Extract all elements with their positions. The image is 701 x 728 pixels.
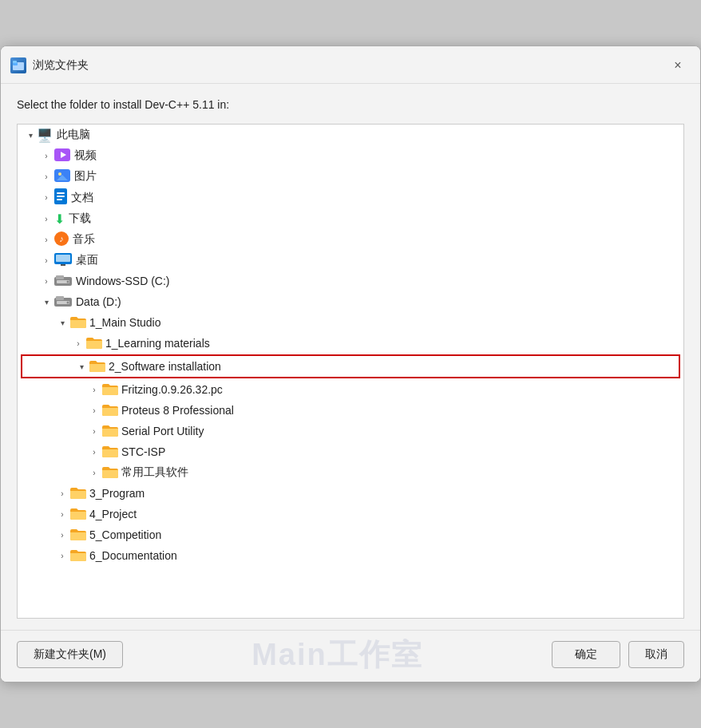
tree-node-windows-ssd[interactable]: › Windows-SSD (C:) xyxy=(18,271,683,291)
tree-node-stc-isp[interactable]: › STC-ISP xyxy=(18,441,683,462)
chevron-downloads: › xyxy=(40,212,53,225)
dialog-icon xyxy=(10,57,26,73)
node-label-fritzing: Fritzing.0.9.26.32.pc xyxy=(121,383,223,396)
chevron-main-studio: ▾ xyxy=(56,316,69,329)
node-label-videos: 视频 xyxy=(74,148,97,163)
tree-node-pictures[interactable]: › 图片 xyxy=(18,166,683,187)
new-folder-button[interactable]: 新建文件夹(M) xyxy=(17,641,123,668)
drive-c-icon xyxy=(54,274,72,289)
tree-node-music[interactable]: › ♪ 音乐 xyxy=(18,229,683,250)
tree-node-computer[interactable]: ▾ 🖥️ 此电脑 xyxy=(18,125,683,145)
node-label-music: 音乐 xyxy=(73,232,95,247)
chevron-common-tools: › xyxy=(88,466,101,479)
chevron-fritzing: › xyxy=(88,383,101,396)
chevron-pictures: › xyxy=(40,170,53,183)
chevron-serial-port: › xyxy=(88,425,101,437)
node-label-project: 4_Project xyxy=(89,508,137,520)
node-label-pictures: 图片 xyxy=(74,169,97,184)
tree-node-common-tools[interactable]: › 常用工具软件 xyxy=(18,462,683,483)
node-label-data-d: Data (D:) xyxy=(76,295,121,308)
title-bar: 浏览文件夹 × xyxy=(1,46,700,84)
tree-node-downloads[interactable]: › ⬇ 下载 xyxy=(18,208,683,229)
chevron-windows-ssd: › xyxy=(40,275,53,287)
svg-rect-2 xyxy=(13,61,17,63)
chevron-desktop: › xyxy=(40,254,53,267)
tree-node-project[interactable]: › 4_Project xyxy=(18,504,683,524)
tree-node-data-d[interactable]: ▾ Data (D:) xyxy=(18,291,683,312)
tree-node-program[interactable]: › 3_Program xyxy=(18,483,683,504)
node-label-computer: 此电脑 xyxy=(57,128,90,142)
music-icon: ♪ xyxy=(54,231,69,248)
chevron-program: › xyxy=(56,487,69,500)
dialog-body: Select the folder to install Dev-C++ 5.1… xyxy=(1,84,700,630)
node-label-documentation: 6_Documentation xyxy=(89,549,177,562)
watermark-area: Main工作室 xyxy=(123,639,552,671)
folder-competition-icon xyxy=(70,528,86,543)
tree-node-learning[interactable]: › 1_Learning materials xyxy=(18,333,683,354)
chevron-competition: › xyxy=(56,528,69,541)
title-bar-left: 浏览文件夹 xyxy=(10,57,89,73)
close-button[interactable]: × xyxy=(667,54,689,77)
svg-point-24 xyxy=(67,301,69,303)
tree-node-serial-port[interactable]: › Serial Port Utility xyxy=(18,421,683,441)
tree-node-main-studio[interactable]: ▾ 1_Main Studio xyxy=(18,312,683,333)
chevron-documents: › xyxy=(40,192,53,204)
node-label-stc-isp: STC-ISP xyxy=(121,445,165,458)
svg-rect-11 xyxy=(57,199,62,200)
tree-node-documents[interactable]: › 文档 xyxy=(18,187,683,208)
svg-rect-9 xyxy=(57,192,65,194)
folder-documentation-icon xyxy=(70,548,86,564)
doc-icon xyxy=(54,188,67,207)
node-label-competition: 5_Competition xyxy=(89,528,161,541)
video-icon xyxy=(54,148,70,164)
folder-stc-isp-icon xyxy=(102,445,118,460)
dialog-footer: 新建文件夹(M) Main工作室 确定 取消 xyxy=(1,630,700,682)
dialog-title: 浏览文件夹 xyxy=(33,58,89,73)
desktop-icon xyxy=(54,253,72,268)
node-label-downloads: 下载 xyxy=(69,212,91,226)
svg-rect-18 xyxy=(56,275,64,279)
node-label-serial-port: Serial Port Utility xyxy=(121,425,204,437)
cancel-button[interactable]: 取消 xyxy=(628,641,684,668)
folder-learning-icon xyxy=(86,336,102,351)
drive-d-icon xyxy=(54,295,72,310)
svg-text:♪: ♪ xyxy=(59,234,64,243)
chevron-music: › xyxy=(40,233,53,246)
chevron-stc-isp: › xyxy=(88,445,101,458)
svg-point-6 xyxy=(58,172,61,176)
chevron-proteus: › xyxy=(88,404,101,417)
chevron-computer: ▾ xyxy=(24,129,37,141)
svg-rect-15 xyxy=(56,255,70,262)
folder-program-icon xyxy=(70,486,86,501)
svg-rect-22 xyxy=(56,296,64,300)
tree-node-software-install[interactable]: ▾ 2_Software installation xyxy=(22,356,679,377)
tree-node-competition[interactable]: › 5_Competition xyxy=(18,524,683,545)
folder-software-install-icon xyxy=(89,359,105,374)
watermark-text: Main工作室 xyxy=(251,639,423,671)
folder-tree[interactable]: ▾ 🖥️ 此电脑 › 视频 › 图片 xyxy=(17,124,684,619)
node-label-desktop: 桌面 xyxy=(76,253,98,267)
computer-icon: 🖥️ xyxy=(37,128,53,143)
chevron-learning: › xyxy=(72,337,85,350)
svg-point-20 xyxy=(67,280,69,283)
tree-node-videos[interactable]: › 视频 xyxy=(18,145,683,166)
chevron-documentation: › xyxy=(56,549,69,562)
node-label-documents: 文档 xyxy=(71,191,93,205)
ok-button[interactable]: 确定 xyxy=(552,641,620,668)
tree-node-fritzing[interactable]: › Fritzing.0.9.26.32.pc xyxy=(18,379,683,400)
node-label-proteus: Proteus 8 Professional xyxy=(121,404,234,417)
tree-node-desktop[interactable]: › 桌面 xyxy=(18,250,683,271)
browse-folder-dialog: 浏览文件夹 × Select the folder to install Dev… xyxy=(0,46,701,682)
chevron-videos: › xyxy=(40,149,53,162)
pictures-icon xyxy=(54,169,70,184)
node-label-learning: 1_Learning materials xyxy=(105,337,210,350)
folder-fritzing-icon xyxy=(102,382,118,398)
tree-node-documentation[interactable]: › 6_Documentation xyxy=(18,545,683,566)
footer-action-buttons: 确定 取消 xyxy=(552,641,684,668)
instruction-text: Select the folder to install Dev-C++ 5.1… xyxy=(17,98,684,111)
folder-serial-port-icon xyxy=(102,424,118,439)
node-label-windows-ssd: Windows-SSD (C:) xyxy=(76,275,169,287)
tree-node-proteus[interactable]: › Proteus 8 Professional xyxy=(18,400,683,421)
svg-rect-10 xyxy=(57,196,65,197)
node-label-software-install: 2_Software installation xyxy=(109,360,221,373)
